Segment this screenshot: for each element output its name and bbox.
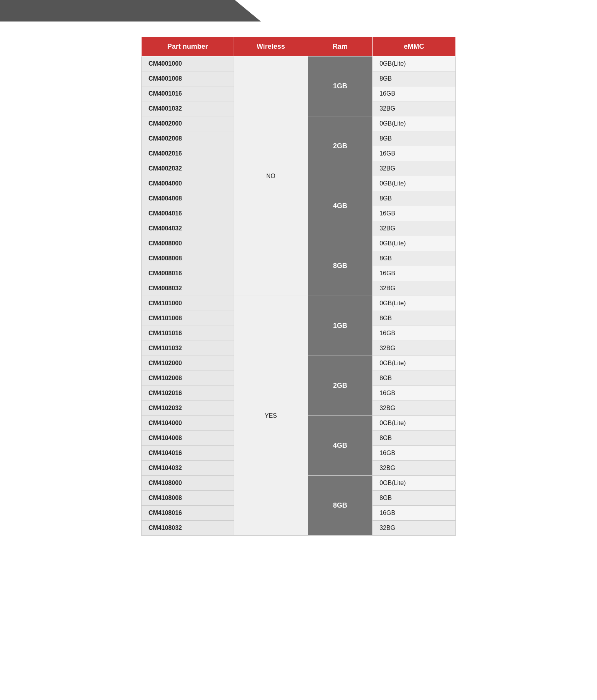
cell-part: CM4104000	[142, 416, 234, 431]
cell-emmc: 0GB(Lite)	[373, 476, 456, 491]
cell-ram: 8GB	[308, 236, 373, 296]
cell-emmc: 0GB(Lite)	[373, 56, 456, 71]
col-header-ram: Ram	[308, 37, 373, 56]
cell-emmc: 32BG	[373, 341, 456, 356]
cell-part: CM4104008	[142, 431, 234, 446]
cell-part: CM4008000	[142, 236, 234, 251]
cell-emmc: 8GB	[373, 311, 456, 326]
cell-emmc: 0GB(Lite)	[373, 416, 456, 431]
cell-part: CM4004032	[142, 221, 234, 236]
cell-part: CM4008016	[142, 266, 234, 281]
cell-ram: 4GB	[308, 416, 373, 476]
cell-part: CM4001008	[142, 71, 234, 86]
col-header-wireless: Wireless	[234, 37, 308, 56]
cell-emmc: 32BG	[373, 461, 456, 476]
cell-emmc: 16GB	[373, 86, 456, 101]
cell-emmc: 32BG	[373, 521, 456, 536]
cell-part: CM4108032	[142, 521, 234, 536]
cell-emmc: 0GB(Lite)	[373, 356, 456, 371]
table-row: CM4001000NO1GB0GB(Lite)	[142, 56, 456, 71]
cell-ram: 4GB	[308, 176, 373, 236]
cell-part: CM4002032	[142, 161, 234, 176]
cell-emmc: 0GB(Lite)	[373, 176, 456, 191]
cell-part: CM4008032	[142, 281, 234, 296]
cell-emmc: 0GB(Lite)	[373, 116, 456, 131]
cell-emmc: 0GB(Lite)	[373, 296, 456, 311]
cell-part: CM4001016	[142, 86, 234, 101]
cell-part: CM4004016	[142, 206, 234, 221]
cell-emmc: 16GB	[373, 146, 456, 161]
cell-emmc: 8GB	[373, 191, 456, 206]
cell-part: CM4002008	[142, 131, 234, 146]
table-container: Part number Wireless Ram eMMC CM4001000N…	[141, 37, 456, 536]
cell-part: CM4004000	[142, 176, 234, 191]
main-table: Part number Wireless Ram eMMC CM4001000N…	[141, 37, 456, 536]
cell-emmc: 16GB	[373, 506, 456, 521]
cell-emmc: 32BG	[373, 401, 456, 416]
cell-emmc: 16GB	[373, 326, 456, 341]
cell-ram: 1GB	[308, 56, 373, 116]
cell-part: CM4001032	[142, 101, 234, 116]
cell-part: CM4102008	[142, 371, 234, 386]
table-row: CM4101000YES1GB0GB(Lite)	[142, 296, 456, 311]
cell-ram: 2GB	[308, 356, 373, 416]
cell-wireless: NO	[234, 56, 308, 296]
cell-part: CM4102016	[142, 386, 234, 401]
cell-part: CM4108016	[142, 506, 234, 521]
cell-emmc: 8GB	[373, 251, 456, 266]
cell-ram: 2GB	[308, 116, 373, 176]
cell-emmc: 8GB	[373, 71, 456, 86]
cell-ram: 1GB	[308, 296, 373, 356]
cell-part: CM4102032	[142, 401, 234, 416]
cell-part: CM4101016	[142, 326, 234, 341]
cell-emmc: 8GB	[373, 371, 456, 386]
col-header-emmc: eMMC	[373, 37, 456, 56]
cell-emmc: 0GB(Lite)	[373, 236, 456, 251]
page-title-bar	[0, 0, 261, 22]
cell-part: CM4101000	[142, 296, 234, 311]
cell-emmc: 8GB	[373, 131, 456, 146]
cell-part: CM4104016	[142, 446, 234, 461]
table-header-row: Part number Wireless Ram eMMC	[142, 37, 456, 56]
cell-emmc: 16GB	[373, 386, 456, 401]
cell-emmc: 32BG	[373, 101, 456, 116]
cell-part: CM4002016	[142, 146, 234, 161]
cell-emmc: 32BG	[373, 221, 456, 236]
cell-part: CM4101008	[142, 311, 234, 326]
cell-part: CM4104032	[142, 461, 234, 476]
cell-emmc: 32BG	[373, 161, 456, 176]
cell-emmc: 32BG	[373, 281, 456, 296]
cell-emmc: 8GB	[373, 491, 456, 506]
cell-part: CM4004008	[142, 191, 234, 206]
cell-part: CM4101032	[142, 341, 234, 356]
cell-wireless: YES	[234, 296, 308, 536]
cell-part: CM4008008	[142, 251, 234, 266]
cell-part: CM4102000	[142, 356, 234, 371]
cell-ram: 8GB	[308, 476, 373, 536]
cell-emmc: 16GB	[373, 206, 456, 221]
cell-part: CM4108000	[142, 476, 234, 491]
col-header-part: Part number	[142, 37, 234, 56]
cell-emmc: 16GB	[373, 446, 456, 461]
cell-part: CM4002000	[142, 116, 234, 131]
cell-emmc: 16GB	[373, 266, 456, 281]
cell-part: CM4108008	[142, 491, 234, 506]
cell-part: CM4001000	[142, 56, 234, 71]
cell-emmc: 8GB	[373, 431, 456, 446]
